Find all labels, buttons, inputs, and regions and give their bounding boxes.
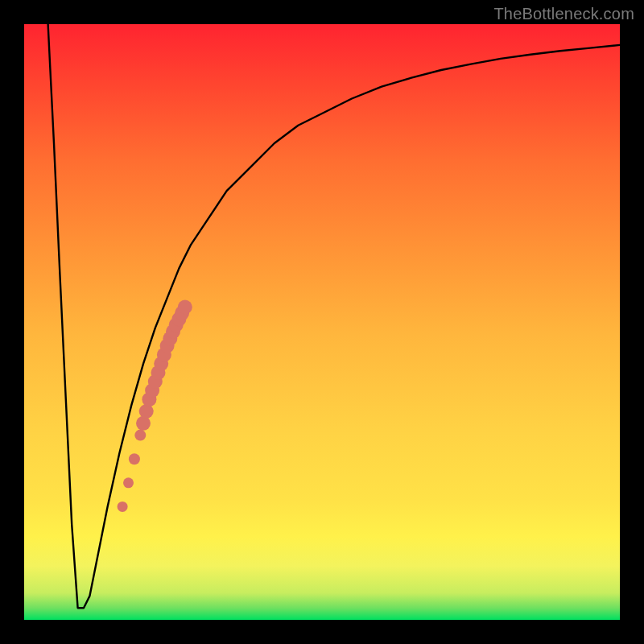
chart-frame: TheBottleneck.com [0, 0, 644, 644]
watermark-label: TheBottleneck.com [493, 5, 634, 23]
highlight-dot [178, 300, 192, 315]
curve-path [48, 24, 620, 608]
plot-area [24, 24, 620, 620]
highlight-dot [123, 477, 134, 488]
highlight-dot [118, 502, 128, 512]
highlight-dot [134, 430, 146, 441]
bottleneck-curve-svg [24, 24, 620, 620]
highlight-dot [129, 453, 140, 464]
